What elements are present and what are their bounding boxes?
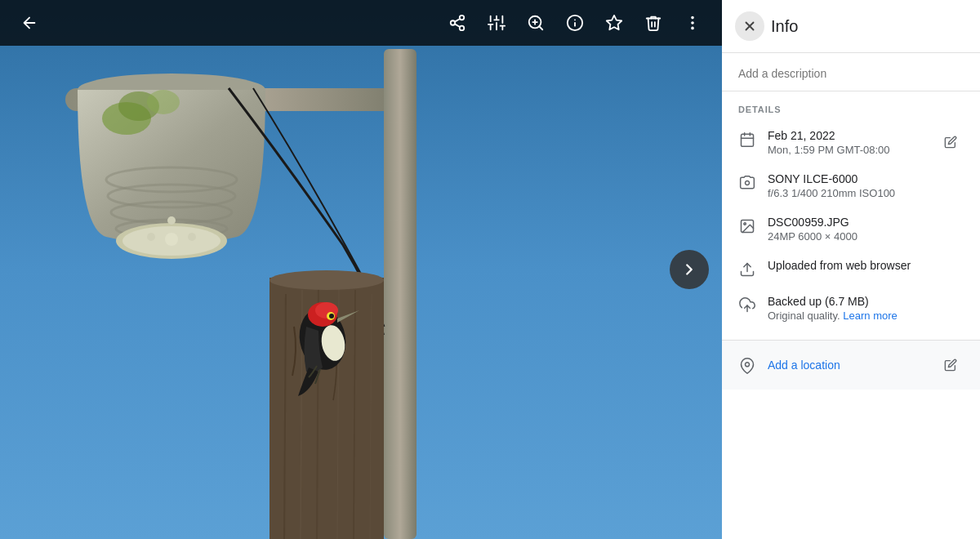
upload-row: Uploaded from web browser (722, 251, 980, 287)
file-icon (738, 217, 756, 235)
date-row: Feb 21, 2022 Mon, 1:59 PM GMT-08:00 (722, 121, 980, 164)
date-edit-button[interactable] (938, 129, 964, 155)
svg-point-24 (692, 28, 693, 29)
camera-icon (738, 174, 756, 192)
close-button[interactable] (735, 11, 764, 41)
adjust-button[interactable] (480, 7, 513, 39)
photo-image (0, 0, 722, 539)
backup-content: Backed up (6.7 MB) Original quality. Lea… (768, 295, 964, 322)
svg-point-64 (744, 223, 746, 225)
file-main: DSC00959.JPG (768, 216, 964, 229)
svg-line-3 (455, 24, 460, 27)
svg-point-39 (147, 233, 155, 241)
svg-line-15 (539, 26, 542, 29)
backup-icon (738, 296, 756, 314)
date-content: Feb 21, 2022 Mon, 1:59 PM GMT-08:00 (768, 129, 926, 156)
file-content: DSC00959.JPG 24MP 6000 × 4000 (768, 216, 964, 243)
location-icon (738, 357, 756, 375)
camera-main: SONY ILCE-6000 (768, 172, 964, 185)
file-sub: 24MP 6000 × 4000 (768, 230, 964, 243)
file-row: DSC00959.JPG 24MP 6000 × 4000 (722, 207, 980, 251)
details-label: DETAILS (722, 101, 980, 121)
svg-line-4 (455, 19, 460, 22)
learn-more-link[interactable]: Learn more (843, 310, 897, 322)
photo-area (0, 0, 722, 539)
details-section: DETAILS Feb 21, 2022 Mon, 1:59 PM GMT-08… (722, 91, 980, 340)
calendar-icon (738, 131, 756, 149)
svg-rect-58 (742, 134, 754, 146)
date-sub: Mon, 1:59 PM GMT-08:00 (768, 144, 926, 156)
panel-header: Info (722, 0, 980, 53)
info-panel: Info DETAILS Feb 21, 2022 Mon, 1:59 PM G… (722, 0, 980, 539)
svg-point-49 (270, 270, 384, 290)
svg-point-62 (746, 181, 750, 185)
svg-rect-27 (384, 49, 416, 539)
backup-main: Backed up (6.7 MB) (768, 295, 964, 308)
backup-row: Backed up (6.7 MB) Original quality. Lea… (722, 287, 980, 330)
svg-point-22 (692, 17, 693, 19)
svg-point-23 (692, 22, 693, 24)
upload-main: Uploaded from web browser (768, 259, 964, 272)
svg-marker-21 (607, 16, 621, 29)
location-content: Add a location (768, 358, 926, 372)
camera-sub: f/6.3 1/400 210mm ISO100 (768, 187, 964, 199)
panel-title: Info (771, 17, 798, 36)
camera-row: SONY ILCE-6000 f/6.3 1/400 210mm ISO100 (722, 164, 980, 207)
add-location-link[interactable]: Add a location (768, 359, 840, 372)
location-edit-button[interactable] (938, 352, 964, 378)
backup-sub: Original quality. Learn more (768, 310, 964, 322)
star-button[interactable] (598, 7, 630, 39)
upload-content: Uploaded from web browser (768, 259, 964, 272)
camera-content: SONY ILCE-6000 f/6.3 1/400 210mm ISO100 (768, 172, 964, 199)
share-button[interactable] (441, 7, 474, 39)
svg-point-67 (746, 363, 750, 367)
backup-sub-pre: Original quality. (768, 310, 840, 322)
svg-point-41 (167, 216, 176, 225)
location-row[interactable]: Add a location (722, 340, 980, 390)
date-main: Feb 21, 2022 (768, 129, 926, 142)
description-input[interactable] (738, 67, 964, 80)
svg-point-40 (188, 233, 196, 241)
toolbar (0, 0, 722, 46)
svg-point-55 (329, 314, 334, 318)
next-button[interactable] (670, 250, 709, 289)
zoom-button[interactable] (519, 7, 552, 39)
more-button[interactable] (676, 7, 709, 39)
back-button[interactable] (13, 7, 46, 39)
delete-button[interactable] (637, 7, 670, 39)
description-row[interactable] (722, 53, 980, 91)
upload-icon (738, 261, 756, 278)
svg-point-38 (165, 233, 178, 246)
svg-point-35 (147, 90, 180, 114)
info-button[interactable] (559, 7, 591, 39)
